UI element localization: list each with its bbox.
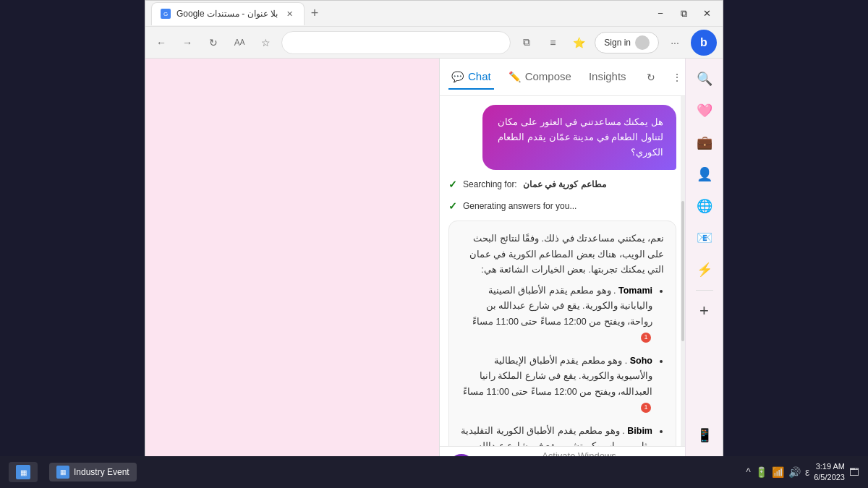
sidebar-divider [696,290,713,291]
add-sidebar-button[interactable]: + [690,296,719,325]
browser-tab[interactable]: G بلا عنوان - مستندات Google ✕ [151,2,305,25]
restaurant-name-2: Soho [630,356,652,366]
taskbar-app-icon: ▦ [56,466,69,479]
taskbar-sys-tray: ^ 🔋 📶 🔊 ε 3:19 AM 6/5/2023 🗔 [746,461,859,484]
taskbar-volume-icon: 🔊 [788,466,801,478]
footnote-2: 1 [641,403,651,413]
bing-icon: b [700,36,707,49]
favorites-sidebar-button[interactable]: 🩷 [690,96,719,125]
scrollbar-thumb[interactable] [681,201,684,341]
ai-response-intro: نعم، يمكنني مساعدتك في ذلك. وفقًا لنتائج… [469,234,664,275]
taskbar-notification-button[interactable]: 🗔 [849,466,859,478]
taskbar-start-icon: ▦ [16,465,30,479]
sign-in-label: Sign in [604,38,631,48]
window-controls: − ⧉ ✕ [650,4,717,24]
chat-tab-label: Chat [468,70,491,82]
read-aloud-button[interactable]: ≡ [542,33,563,53]
sign-in-avatar [635,35,650,50]
taskbar-battery-icon: 🔋 [755,466,767,478]
address-bar[interactable] [281,31,511,54]
mail-sidebar-button[interactable]: 📧 [690,223,719,252]
compose-tab-icon: ✏️ [509,71,521,82]
back-button[interactable]: ← [151,33,171,53]
taskbar-app-button[interactable]: ▦ Industry Event [49,463,137,481]
taskbar-wifi-icon: 📶 [772,466,784,478]
panel-scroll-area: هل يمكنك مساعدتني في العثور على مكان لتن… [440,96,685,446]
taskbar-clock: 3:19 AM 6/5/2023 [814,461,845,484]
bing-panel: 💬 Chat ✏️ Compose Insights ↻ ⋮ ✕ [439,59,685,487]
forward-button[interactable]: → [177,33,197,53]
user-message: هل يمكنك مساعدتني في العثور على مكان لتن… [482,105,676,170]
main-content: 💬 Chat ✏️ Compose Insights ↻ ⋮ ✕ [145,59,723,487]
panel-refresh-button[interactable]: ↻ [641,67,661,87]
chat-tab-icon: 💬 [451,71,464,82]
status-generating: ✓ Generating answers for you... [448,199,676,213]
taskbar: ▦ ▦ Industry Event ^ 🔋 📶 🔊 ε 3:19 AM 6/5… [0,456,868,488]
taskbar-chevron[interactable]: ^ [746,466,751,478]
taskbar-start-button[interactable]: ▦ [9,462,38,482]
taskbar-app-label: Industry Event [74,467,129,477]
title-bar: G بلا عنوان - مستندات Google ✕ + − ⧉ ✕ [145,1,723,27]
list-item: Tomami . وهو مطعم يقدم الأطباق الصينية و… [461,283,652,345]
restaurant-name-1: Tomami [618,286,652,296]
tab-favicon: G [161,9,171,19]
scrollbar-track [681,96,685,446]
lightning-sidebar-button[interactable]: ⚡ [690,255,719,284]
maximize-button[interactable]: ⧉ [673,4,694,24]
bookmark-button[interactable]: ☆ [255,33,276,53]
tab-close-button[interactable]: ✕ [284,8,295,20]
restaurant-list: Tomami . وهو مطعم يقدم الأطباق الصينية و… [461,283,664,446]
minimize-button[interactable]: − [650,4,671,24]
close-button[interactable]: ✕ [697,4,717,24]
tab-compose[interactable]: ✏️ Compose [506,64,574,90]
user-message-text: هل يمكنك مساعدتني في العثور على مكان لتن… [498,116,663,158]
tab-insights[interactable]: Insights [586,64,629,90]
list-item: Bibim . وهو مطعم يقدم الأطباق الكورية ال… [461,424,652,446]
taskbar-time-text: 3:19 AM [814,461,845,472]
taskbar-date-text: 6/5/2023 [814,472,845,483]
profile-sidebar-button[interactable]: 👤 [690,160,719,189]
new-tab-button[interactable]: + [305,4,325,24]
tab-title: بلا عنوان - مستندات Google [176,9,278,19]
more-options-button[interactable]: ··· [665,33,685,53]
check-icon-1: ✓ [448,179,457,190]
insights-tab-label: Insights [589,70,626,82]
sign-in-button[interactable]: Sign in [595,32,659,53]
browser-split-button[interactable]: ⧉ [516,33,537,53]
footnote-1: 1 [641,333,651,343]
ai-response: نعم، يمكنني مساعدتك في ذلك. وفقًا لنتائج… [448,221,676,446]
status1-prefix: Searching for: [463,179,517,189]
status1-query: مطاعم كورية في عمان [523,179,606,189]
tab-bar: G بلا عنوان - مستندات Google ✕ + [151,2,647,25]
favorites-add-button[interactable]: ⭐ [569,33,589,53]
panel-more-button[interactable]: ⋮ [667,67,687,87]
status-searching: ✓ Searching for: مطاعم كورية في عمان [448,177,676,192]
check-icon-2: ✓ [448,200,457,212]
chat-messages: هل يمكنك مساعدتني في العثور على مكان لتن… [440,96,685,446]
phone-sidebar-button[interactable]: 📱 [690,421,719,450]
restaurant-name-3: Bibim [627,426,652,436]
page-content-area [145,59,439,487]
tab-chat[interactable]: 💬 Chat [448,64,494,90]
refresh-button[interactable]: ↻ [203,33,224,53]
right-sidebar: 🔍 🩷 💼 👤 🌐 📧 ⚡ + 📱 ⚙️ [685,59,723,487]
restaurant-desc-2: . وهو مطعم يقدم الأطباق الإيطالية والأسي… [463,356,652,412]
status2-text: Generating answers for you... [463,201,576,211]
bing-button[interactable]: b [691,30,717,56]
browser-window: G بلا عنوان - مستندات Google ✕ + − ⧉ ✕ ←… [145,0,723,488]
address-bar-row: ← → ↻ AA ☆ ⧉ ≡ ⭐ Sign in ··· b [145,27,723,59]
search-sidebar-button[interactable]: 🔍 [690,64,719,93]
compose-tab-label: Compose [525,70,571,82]
taskbar-network-icon: ε [805,466,809,478]
font-size-button[interactable]: AA [229,33,250,53]
panel-header: 💬 Chat ✏️ Compose Insights ↻ ⋮ ✕ [440,59,685,96]
briefcase-sidebar-button[interactable]: 💼 [690,128,719,157]
restaurant-desc-3: . وهو مطعم يقدم الأطباق الكورية التقليدي… [461,426,652,446]
globe-sidebar-button[interactable]: 🌐 [690,192,719,221]
list-item: Soho . وهو مطعم يقدم الأطباق الإيطالية و… [461,354,652,415]
